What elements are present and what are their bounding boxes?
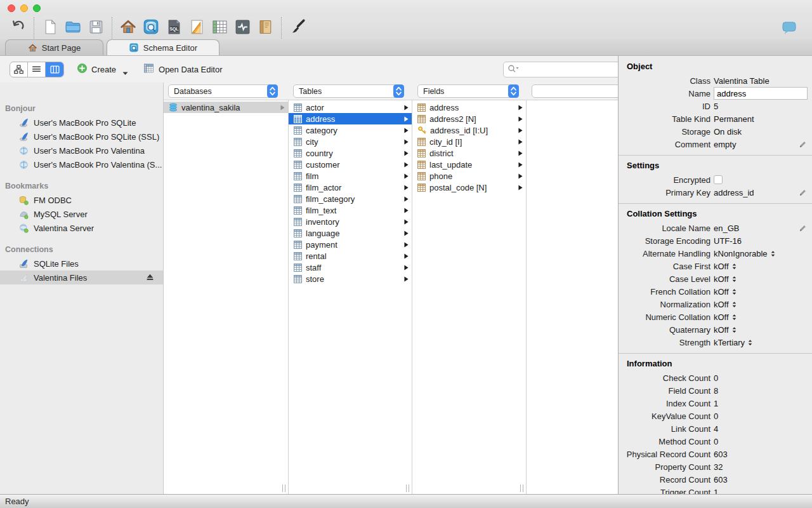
column-view-segment-button[interactable]: [46, 62, 63, 77]
inspector-row-record-count: Record Count 603: [619, 473, 812, 486]
edit-pencil-icon[interactable]: [798, 189, 806, 197]
browser-row-address-id-i-u[interactable]: address_id [I:U]: [412, 124, 526, 136]
fields-popup[interactable]: Fields: [417, 84, 519, 98]
close-window-button[interactable]: [8, 4, 15, 12]
brush-icon: [289, 18, 306, 37]
browser-row-actor[interactable]: actor: [289, 102, 412, 113]
name-input[interactable]: [714, 87, 808, 100]
row-value[interactable]: kOff: [714, 325, 729, 335]
browser-row-country[interactable]: country: [289, 147, 412, 159]
list-view-segment-button[interactable]: [28, 62, 46, 77]
save-button[interactable]: [84, 18, 107, 38]
browser-row-payment[interactable]: payment: [289, 239, 412, 250]
browser-row-address2-n[interactable]: address2 [N]: [412, 113, 526, 124]
row-value[interactable]: kOff: [714, 274, 729, 284]
browser-row-address[interactable]: address: [412, 102, 526, 113]
feedback-chat-button[interactable]: [778, 18, 801, 39]
browser-row-address[interactable]: address: [289, 113, 412, 124]
browser-row-film-text[interactable]: film_text: [289, 204, 412, 216]
table-grid-icon: [294, 275, 302, 283]
eject-icon[interactable]: [146, 273, 154, 283]
diagnose-button[interactable]: [231, 18, 254, 38]
row-value[interactable]: kTertiary: [714, 338, 745, 347]
browser-row-film-actor[interactable]: film_actor: [289, 182, 412, 193]
data-editor-button[interactable]: [208, 18, 231, 38]
row-label: rental: [306, 251, 400, 261]
tab-start-page[interactable]: Start Page: [5, 39, 103, 55]
table-grid-icon: [294, 241, 302, 249]
sidebar-item-valentina-files[interactable]: Valentina Files: [0, 271, 163, 284]
browser-row-staff[interactable]: staff: [289, 262, 412, 273]
row-label: store: [306, 274, 400, 284]
home-button[interactable]: [117, 18, 140, 38]
browser-row-rental[interactable]: rental: [289, 250, 412, 262]
sidebar-item-mysql-server[interactable]: MySQL Server: [0, 207, 163, 221]
table-grid-icon: [294, 252, 302, 260]
minimize-window-button[interactable]: [20, 4, 28, 12]
browser-row-phone[interactable]: phone: [412, 170, 526, 182]
undo-button[interactable]: [6, 18, 29, 38]
main-toolbar: SQL: [0, 16, 812, 39]
section-title-information: Information: [619, 356, 812, 371]
tables-popup[interactable]: Tables: [293, 84, 404, 98]
sidebar-group-header: Connections: [0, 243, 163, 257]
sidebar-item-user-s-macbook-pro-valentina-s[interactable]: User's MacBook Pro Valentina (S...: [0, 157, 163, 171]
open-folder-button[interactable]: [62, 18, 84, 38]
edit-pencil-icon[interactable]: [798, 224, 806, 232]
sidebar-item-valentina-server[interactable]: Valentina Server: [0, 221, 163, 235]
encrypted-checkbox[interactable]: [714, 175, 723, 184]
browser-row-city-id-i[interactable]: city_id [I]: [412, 136, 526, 147]
popup-updown-icon: [771, 250, 775, 257]
row-label: address_id [I:U]: [430, 126, 514, 135]
sidebar-item-user-s-macbook-pro-valentina[interactable]: User's MacBook Pro Valentina: [0, 144, 163, 157]
book-button[interactable]: [254, 18, 277, 38]
column-resize-grip[interactable]: [406, 485, 409, 492]
browser-row-category[interactable]: category: [289, 124, 412, 136]
databases-popup[interactable]: Databases: [168, 84, 278, 98]
table-grid-icon: [294, 218, 302, 226]
row-value[interactable]: kOff: [714, 312, 729, 322]
row-label: city: [306, 137, 400, 147]
sidebar-item-user-s-macbook-pro-sqlite-ssl[interactable]: User's MacBook Pro SQLite (SSL): [0, 130, 163, 144]
sidebar-item-user-s-macbook-pro-sqlite[interactable]: User's MacBook Pro SQLite: [0, 116, 163, 130]
tab-schema-editor[interactable]: Schema Editor: [107, 39, 219, 55]
browser-row-film[interactable]: film: [289, 170, 412, 182]
inspector-row-id: ID 5: [619, 100, 812, 112]
row-value[interactable]: kOff: [714, 300, 729, 309]
browser-row-postal-code-n[interactable]: postal_code [N]: [412, 182, 526, 193]
sidebar-item-sqlite-files[interactable]: SQLite Files: [0, 257, 163, 271]
browser-row-last-update[interactable]: last_update: [412, 159, 526, 170]
view-mode-segmented-control: [10, 62, 64, 77]
browser-row-store[interactable]: store: [289, 273, 412, 284]
titlebar[interactable]: [0, 0, 812, 16]
empty-popup[interactable]: [532, 84, 618, 98]
browser-row-district[interactable]: district: [412, 147, 526, 159]
browser-row-customer[interactable]: customer: [289, 159, 412, 170]
zoom-window-button[interactable]: [33, 4, 41, 12]
brush-button[interactable]: [286, 18, 309, 38]
edit-pencil-icon[interactable]: [798, 140, 806, 149]
tree-view-segment-button[interactable]: [10, 62, 28, 77]
browser-row-inventory[interactable]: inventory: [289, 216, 412, 227]
browser-row-language[interactable]: language: [289, 227, 412, 239]
inspector-row-alternate-handling: Alternate Handling kNonIgnorable: [619, 247, 812, 260]
browser-row-city[interactable]: city: [289, 136, 412, 147]
sidebar-item-fm-odbc[interactable]: FM ODBC: [0, 193, 163, 207]
row-value[interactable]: kNonIgnorable: [714, 249, 768, 258]
inspector-row-table-kind: Table Kind Permanent: [619, 112, 812, 125]
browser-row-film-category[interactable]: film_category: [289, 193, 412, 204]
column-resize-grip[interactable]: [282, 485, 285, 492]
new-document-button[interactable]: [39, 18, 62, 38]
row-value[interactable]: kOff: [714, 262, 729, 271]
create-button[interactable]: Create: [77, 62, 128, 77]
schema-editor-button[interactable]: [140, 18, 162, 38]
column-resize-grip[interactable]: [520, 485, 523, 492]
chevron-down-icon: [122, 68, 128, 77]
sql-editor-button[interactable]: SQL: [162, 18, 185, 38]
section-divider: [619, 203, 812, 204]
browser-row-valentina-sakila[interactable]: valentina_sakila: [164, 102, 288, 113]
report-editor-button[interactable]: [185, 18, 208, 38]
open-data-editor-button[interactable]: Open Data Editor: [143, 63, 222, 76]
stepper-icon: [508, 84, 519, 98]
row-value[interactable]: kOff: [714, 287, 729, 297]
